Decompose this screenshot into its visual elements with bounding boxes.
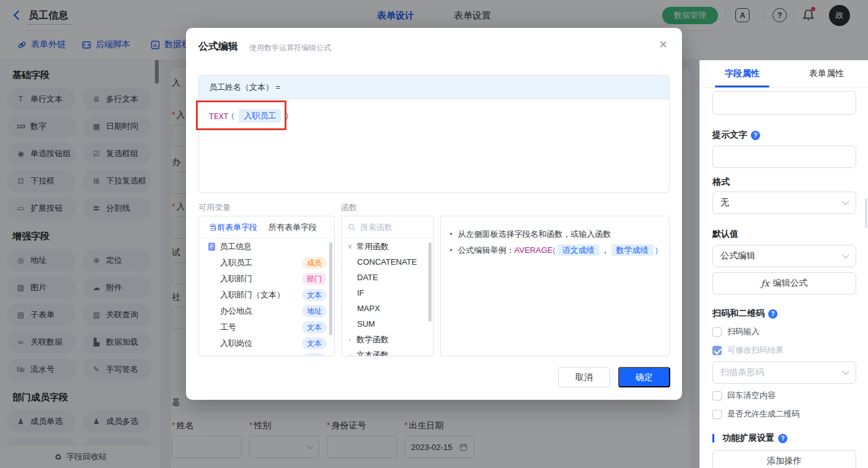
variable-item[interactable]: 入职部门（文本）文本 xyxy=(199,287,334,303)
close-icon[interactable]: × xyxy=(659,38,667,51)
function-item[interactable]: CONCATENATE xyxy=(342,254,433,270)
default-value-label: 默认值 xyxy=(712,229,856,240)
help-line-2: •公式编辑举例：AVERAGE(语文成绩，数学成绩) xyxy=(450,242,660,258)
panel-scrollbar[interactable] xyxy=(865,198,867,228)
functions-scrollbar[interactable] xyxy=(428,242,432,322)
section-accent-bar xyxy=(712,434,714,443)
tab-current-form-fields[interactable]: 当前表单字段 xyxy=(209,222,257,233)
tab-field-properties[interactable]: 字段属性 xyxy=(700,60,784,87)
caret-down-icon: ∨ xyxy=(347,242,353,250)
type-badge: 成员 xyxy=(302,257,327,269)
variables-tabs: 当前表单字段 所有表单字段 xyxy=(199,216,334,239)
properties-panel: 字段属性 表单属性 提示文字 ? 格式 无 默认值 公式编辑 ƒx 编辑公式 扫… xyxy=(699,60,868,468)
format-label: 格式 xyxy=(712,177,856,188)
add-action-button[interactable]: 添加操作 xyxy=(712,450,856,468)
function-group-math[interactable]: ›数学函数 xyxy=(342,332,433,347)
checkbox-unchecked[interactable] xyxy=(712,391,722,400)
type-badge: 文本 xyxy=(302,353,327,356)
function-item[interactable]: MAPX xyxy=(342,301,433,316)
hint-text-input[interactable] xyxy=(712,146,856,168)
function-group-text[interactable]: ›文本函数 xyxy=(342,347,433,356)
default-value-select[interactable]: 公式编辑 xyxy=(712,245,856,267)
search-function-input[interactable] xyxy=(360,223,420,232)
checkbox-checked-disabled[interactable] xyxy=(712,346,722,355)
help-question-icon[interactable]: ? xyxy=(751,131,760,140)
checkbox-unchecked[interactable] xyxy=(712,410,722,419)
function-item[interactable]: DATE xyxy=(342,270,433,285)
function-group-common[interactable]: ∨常用函数 xyxy=(342,239,433,254)
modify-scan-result-checkbox[interactable]: 可修改扫码结果 xyxy=(712,345,856,356)
help-line-1: •从左侧面板选择字段名和函数，或输入函数 xyxy=(450,226,660,242)
type-badge: 部门 xyxy=(302,273,327,285)
functions-panel: ∨常用函数 CONCATENATE DATE IF MAPX SUM ›数学函数… xyxy=(341,216,434,356)
chevron-down-icon xyxy=(842,251,849,258)
caret-right-icon: › xyxy=(347,351,353,357)
modal-subtitle: 使用数学运算符编辑公式 xyxy=(249,43,331,53)
field-chip: 数学成绩 xyxy=(611,244,653,256)
example-function: AVERAGE xyxy=(515,245,553,255)
search-icon xyxy=(348,223,356,231)
type-badge: 文本 xyxy=(302,321,327,333)
variable-item-partial[interactable]: 文本 xyxy=(199,351,334,356)
variables-panel: 当前表单字段 所有表单字段 员工信息 入职员工成员 入职部门部门 入职部门（文本… xyxy=(198,216,335,356)
type-badge: 地址 xyxy=(302,305,327,317)
modal-title: 公式编辑 xyxy=(198,40,238,53)
variables-scrollbar[interactable] xyxy=(329,242,332,335)
cancel-button[interactable]: 取消 xyxy=(558,367,610,387)
field-chip: 语文成绩 xyxy=(557,244,600,256)
function-search xyxy=(342,216,433,239)
variables-root[interactable]: 员工信息 xyxy=(199,239,334,255)
hint-text-label: 提示文字 ? xyxy=(712,130,856,141)
tab-form-properties[interactable]: 表单属性 xyxy=(784,60,868,87)
formula-editor-modal: 公式编辑 使用数学运算符编辑公式 × 员工姓名（文本） = TEXT(入职员工)… xyxy=(186,28,682,400)
barcode-select-disabled[interactable]: 扫描条形码 xyxy=(712,361,856,384)
allow-qrcode-checkbox[interactable]: 是否允许生成二维码 xyxy=(712,408,856,420)
field-title-input[interactable] xyxy=(712,91,856,115)
properties-tabs: 字段属性 表单属性 xyxy=(700,60,868,88)
scan-input-checkbox[interactable]: 扫码输入 xyxy=(712,326,856,337)
help-question-icon[interactable]: ? xyxy=(768,309,777,319)
variable-item[interactable]: 入职部门部门 xyxy=(199,271,334,287)
functions-label: 函数 xyxy=(341,202,357,213)
checkbox-unchecked[interactable] xyxy=(712,327,722,337)
help-question-icon[interactable]: ? xyxy=(778,434,787,443)
type-badge: 文本 xyxy=(302,337,327,350)
formula-help-panel: •从左侧面板选择字段名和函数，或输入函数 •公式编辑举例：AVERAGE(语文成… xyxy=(440,216,670,356)
edit-formula-button[interactable]: ƒx 编辑公式 xyxy=(712,272,856,294)
enter-clear-checkbox[interactable]: 回车清空内容 xyxy=(712,390,856,401)
formula-editor: 员工姓名（文本） = TEXT(入职员工) xyxy=(198,75,670,193)
scan-section-label: 扫码和二维码 ? xyxy=(712,308,856,319)
variable-item[interactable]: 办公地点地址 xyxy=(199,303,334,319)
chevron-down-icon xyxy=(842,368,849,374)
type-badge: 文本 xyxy=(302,289,327,301)
variable-item[interactable]: 入职岗位文本 xyxy=(199,335,334,351)
confirm-button[interactable]: 确定 xyxy=(618,367,670,387)
caret-right-icon: › xyxy=(347,336,353,343)
formula-target: 员工姓名（文本） = xyxy=(199,76,669,99)
fx-icon: ƒx xyxy=(761,278,769,288)
format-select[interactable]: 无 xyxy=(712,192,856,214)
extension-section-label: 功能扩展设置 ? xyxy=(712,433,856,444)
function-item[interactable]: SUM xyxy=(342,316,433,332)
function-item[interactable]: IF xyxy=(342,285,433,301)
tab-all-form-fields[interactable]: 所有表单字段 xyxy=(268,222,317,233)
variables-label: 可用变量 xyxy=(198,202,231,213)
form-doc-icon xyxy=(208,242,216,251)
variable-item[interactable]: 工号文本 xyxy=(199,319,334,335)
chevron-down-icon xyxy=(842,198,849,205)
variable-item[interactable]: 入职员工成员 xyxy=(199,255,334,271)
annotation-red-box xyxy=(196,100,286,130)
